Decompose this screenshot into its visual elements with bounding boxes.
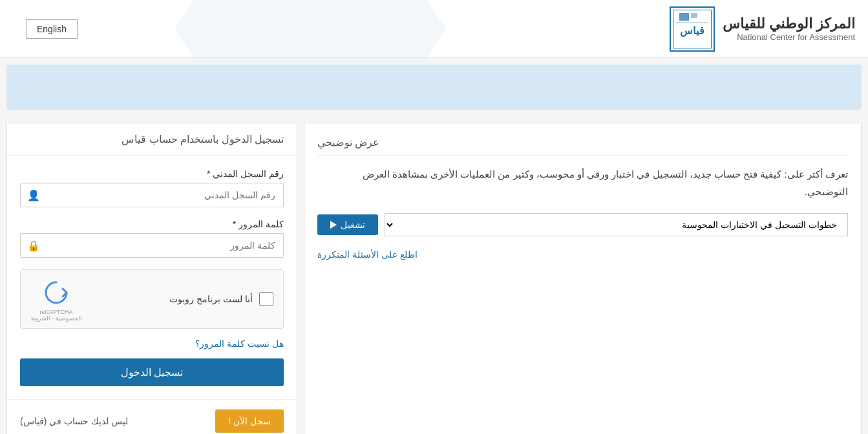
demo-controls: تشغيل خطوات التسجيل في الاختبارات المحوس… [317,213,848,236]
recaptcha-privacy: الخصوصية - الشروط [30,315,82,322]
logo-arabic-name: المركز الوطني للقياس [723,16,855,32]
id-input-wrapper: 👤 [20,183,284,207]
demo-dropdown[interactable]: خطوات التسجيل في الاختبارات المحوسبة [385,213,848,236]
logo-text: المركز الوطني للقياس National Center for… [723,16,855,42]
login-button[interactable]: تسجيل الدخول [20,358,284,386]
password-label: كلمة المرور * [20,219,284,229]
login-title: تسجيل الدخول باستخدام حساب قياس [122,134,284,145]
register-footer: سجل الآن ! ليس لديك حساب في (قياس) [7,399,297,434]
header-logo: المركز الوطني للقياس National Center for… [670,6,855,52]
captcha-label: أنا لست برنامج روبوت [169,294,253,304]
play-button[interactable]: تشغيل [317,214,378,235]
recaptcha-brand: reCAPTCHA [40,309,73,315]
register-text: ليس لديك حساب في (قياس) [20,416,128,426]
faq-link[interactable]: اطلع على الأسئلة المتكررة [317,249,848,260]
id-label: رقم السجل المدني * [20,169,284,179]
recaptcha-logo [40,276,72,309]
svg-rect-10 [679,13,689,21]
login-form: رقم السجل المدني * 👤 كلمة المرور * 🔒 أ [7,156,297,399]
captcha-right: reCAPTCHA الخصوصية - الشروط [30,276,82,322]
captcha-box: أنا لست برنامج روبوت reCAPTCHA الخصوصية … [20,269,284,329]
blue-banner [6,65,862,110]
login-panel: تسجيل الدخول باستخدام حساب قياس رقم السج… [6,123,297,434]
play-label: تشغيل [341,220,365,230]
demo-panel-header: عرض توضيحي [317,136,848,156]
user-icon: 👤 [21,184,47,207]
id-form-group: رقم السجل المدني * 👤 [20,169,284,207]
captcha-checkbox[interactable] [259,292,273,306]
password-input-wrapper: 🔒 [20,233,284,258]
logo-english-name: National Center for Assessment [723,32,855,42]
lock-icon: 🔒 [21,234,47,257]
captcha-left: أنا لست برنامج روبوت [169,292,273,306]
forgot-password-link[interactable]: هل نسيت كلمة المرور؟ [20,338,284,349]
svg-text:قياس: قياس [680,25,704,37]
demo-panel: عرض توضيحي تعرف أكثر على: كيفية فتح حساب… [304,123,862,434]
english-button[interactable]: English [26,19,78,39]
demo-description: تعرف أكثر على: كيفية فتح حساب جديد، التس… [317,165,848,200]
password-form-group: كلمة المرور * 🔒 [20,219,284,258]
register-button[interactable]: سجل الآن ! [215,409,284,433]
play-icon [330,221,337,229]
logo-icon: قياس [670,6,715,52]
demo-title: عرض توضيحي [317,137,379,148]
password-input[interactable] [47,234,283,257]
svg-rect-11 [691,13,697,18]
id-input[interactable] [47,183,283,207]
login-panel-header: تسجيل الدخول باستخدام حساب قياس [7,123,297,156]
